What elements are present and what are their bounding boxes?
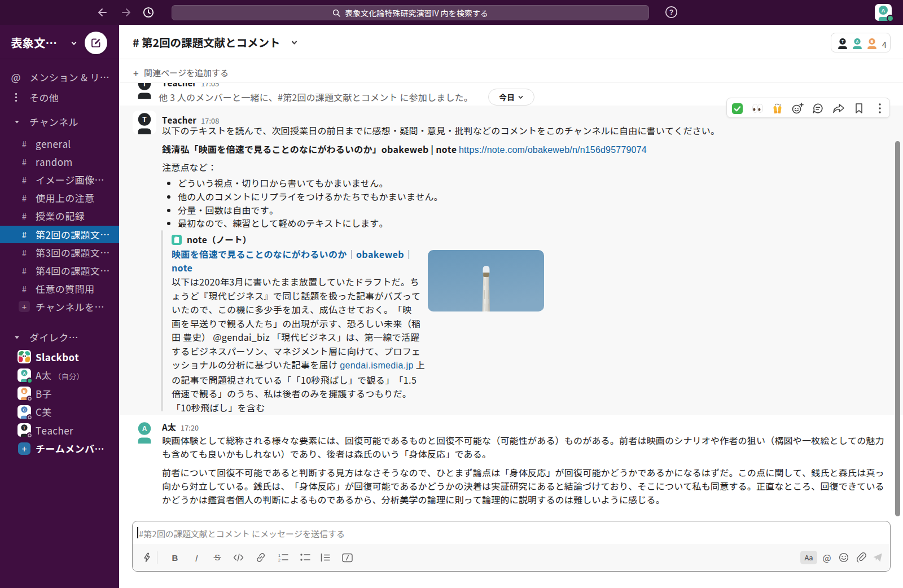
svg-text:2: 2 bbox=[278, 558, 280, 562]
svg-text:A: A bbox=[856, 40, 859, 43]
svg-text:1: 1 bbox=[278, 554, 280, 558]
svg-text:A: A bbox=[882, 7, 886, 14]
svg-text:C: C bbox=[23, 407, 25, 411]
svg-text:B: B bbox=[23, 389, 25, 393]
svg-text:B: B bbox=[871, 40, 874, 43]
svg-text:A: A bbox=[142, 425, 147, 433]
svg-text:A: A bbox=[23, 371, 25, 375]
svg-text:T: T bbox=[142, 83, 147, 88]
svg-text:?: ? bbox=[669, 8, 674, 16]
svg-text:T: T bbox=[142, 116, 147, 124]
svg-text:T: T bbox=[23, 426, 26, 430]
